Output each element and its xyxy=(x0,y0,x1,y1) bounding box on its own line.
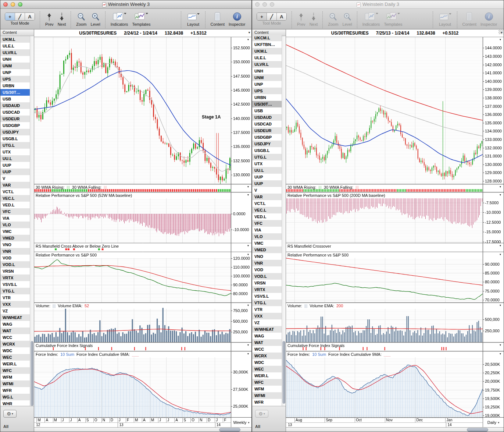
sidebar-item-usdcad[interactable]: USDCAD xyxy=(0,109,30,116)
sidebar-item-vno[interactable]: VNO xyxy=(252,253,282,260)
sidebar-item-vct-l[interactable]: VCT.L xyxy=(252,200,282,207)
content-button[interactable]: Content xyxy=(462,11,477,26)
trendline-tool-button[interactable]: ╱ xyxy=(267,13,276,20)
sidebar-item-ved-l[interactable]: VED.L xyxy=(252,213,282,220)
panel-menu-arrow[interactable]: ▾ xyxy=(500,252,501,257)
sidebar-item-w-wheat[interactable]: W/WHEAT xyxy=(0,314,30,321)
sidebar-item-usdgbp[interactable]: USDGBP xyxy=(252,134,282,141)
sidebar-item-unm[interactable]: UNM xyxy=(252,74,282,81)
sidebar-item-vrtx[interactable]: VRTX xyxy=(252,286,282,293)
sidebar-item-vmc[interactable]: VMC xyxy=(0,228,30,235)
sidebar-item-vxx[interactable]: VXX xyxy=(252,313,282,319)
sidebar-item-wag[interactable]: WAG xyxy=(0,321,30,327)
sidebar-item-ukcm-l[interactable]: UKCM.L xyxy=(252,35,282,41)
sidebar-item-wec[interactable]: WEC xyxy=(0,354,30,361)
tool-mode-segmented[interactable]: +╱A xyxy=(257,13,287,21)
panel-menu-arrow[interactable]: ▾ xyxy=(247,244,249,248)
sidebar-item-vmed[interactable]: VMED xyxy=(0,235,30,241)
panel-menu-arrow[interactable]: ▾ xyxy=(500,185,501,189)
sidebar-item-vod-l[interactable]: VOD.L xyxy=(252,273,282,280)
titlebar[interactable]: Weinstein Daily 3 xyxy=(252,0,504,9)
sidebar-item-usdaud[interactable]: USDAUD xyxy=(0,102,30,109)
sidebar-item-vrtx[interactable]: VRTX xyxy=(0,275,30,281)
inspector-button[interactable]: iInspector xyxy=(229,11,245,26)
sidebar-item-unp[interactable]: UNP xyxy=(252,81,282,88)
sidebar-item-ule-l[interactable]: ULE.L xyxy=(0,43,30,49)
sidebar-item-unh[interactable]: UNH xyxy=(0,56,30,63)
panel-menu-arrow[interactable]: ▾ xyxy=(500,343,501,347)
sidebar-item-vxx[interactable]: VXX xyxy=(0,301,30,308)
sidebar-item-wcrx[interactable]: WCRX xyxy=(252,353,282,359)
sidebar-item-vsvs-l[interactable]: VSVS.L xyxy=(0,281,30,288)
sidebar-item-weir-l[interactable]: WEIR.L xyxy=(252,372,282,379)
sidebar-scrollbar[interactable] xyxy=(30,36,34,407)
sidebar-item-utg-l[interactable]: UTG.L xyxy=(0,142,30,149)
sidebar-item-via[interactable]: VIA xyxy=(252,227,282,233)
sidebar-item-usdaud[interactable]: USDAUD xyxy=(252,114,282,121)
sidebar-item-uu-l[interactable]: UU.L xyxy=(0,155,30,162)
panel-menu-arrow[interactable]: ▾ xyxy=(247,303,249,308)
sidebar-item-wcrx[interactable]: WCRX xyxy=(0,341,30,347)
sidebar-item-v[interactable]: V xyxy=(0,175,30,182)
zoom-out-button[interactable]: Zoom xyxy=(76,11,86,26)
sidebar-item-vz[interactable]: VZ xyxy=(252,319,282,326)
sidebar-item-ups[interactable]: UPS xyxy=(252,88,282,94)
content-button[interactable]: Content xyxy=(211,11,225,26)
sidebar-item-vod-l[interactable]: VOD.L xyxy=(0,261,30,268)
minimize-button[interactable] xyxy=(262,2,267,7)
sidebar-scrollbar[interactable] xyxy=(282,36,286,407)
sidebar-item-vtr[interactable]: VTR xyxy=(0,294,30,301)
zoom-in-button[interactable]: Level xyxy=(342,11,352,26)
sidebar-item-vmc[interactable]: VMC xyxy=(252,240,282,247)
sidebar-item-wec[interactable]: WEC xyxy=(252,366,282,372)
sidebar-item-vlo[interactable]: VLO xyxy=(0,222,30,228)
panel-menu-arrow[interactable]: ▾ xyxy=(500,352,501,356)
sidebar-item-vmed[interactable]: VMED xyxy=(252,247,282,253)
sidebar-item-vz[interactable]: VZ xyxy=(0,308,30,314)
sidebar-item-wdc[interactable]: WDC xyxy=(0,347,30,354)
sidebar-item-vct-l[interactable]: VCT.L xyxy=(0,188,30,195)
panel-menu-arrow[interactable]: ▾ xyxy=(247,185,249,189)
sidebar-item-wfm[interactable]: WFM xyxy=(0,374,30,380)
sidebar-item-usgb-l[interactable]: USGB.L xyxy=(252,147,282,154)
sidebar-item-ulvr-l[interactable]: ULVR.L xyxy=(252,61,282,68)
sidebar-item-vno[interactable]: VNO xyxy=(0,241,30,248)
window-weinstein-daily[interactable]: Weinstein Daily 3 +╱ATool ModePrevNextZo… xyxy=(252,0,504,432)
horizontal-scrollbar[interactable] xyxy=(34,427,251,432)
sidebar-item-vtr[interactable]: VTR xyxy=(252,306,282,313)
sidebar-item-vtg-l[interactable]: VTG.L xyxy=(252,300,282,306)
scrollbar-thumb[interactable] xyxy=(31,341,33,406)
panel-menu-arrow[interactable]: ▾ xyxy=(247,343,249,347)
sidebar-item-ukftbn-[interactable]: UKFTBN… xyxy=(252,41,282,48)
sidebar-item-vod[interactable]: VOD xyxy=(0,255,30,261)
action-gear-button[interactable]: ⚙▾ xyxy=(255,410,268,418)
sidebar-item-wfm[interactable]: WFM xyxy=(252,386,282,392)
sidebar-item-us-30t-[interactable]: US/30T… xyxy=(252,101,282,107)
crosshair-tool-button[interactable]: + xyxy=(257,13,267,20)
close-button[interactable] xyxy=(3,2,8,7)
sidebar-item-vtg-l[interactable]: VTG.L xyxy=(0,288,30,294)
sidebar-item-usdcad[interactable]: USDCAD xyxy=(252,121,282,127)
zoom-in-button[interactable]: Level xyxy=(90,11,100,26)
sidebar-item-vnr[interactable]: VNR xyxy=(252,260,282,266)
sidebar-item-uu-l[interactable]: UU.L xyxy=(252,167,282,174)
sidebar-item-urbn[interactable]: URBN xyxy=(252,94,282,101)
inspector-button[interactable]: iInspector xyxy=(480,11,497,26)
sidebar-item-weir-l[interactable]: WEIR.L xyxy=(0,361,30,367)
sidebar-item-wfmi[interactable]: WFMI xyxy=(0,380,30,387)
sidebar-item-unm[interactable]: UNM xyxy=(0,63,30,69)
crosshair-tool-button[interactable]: + xyxy=(5,13,15,20)
sidebar-item-unh[interactable]: UNH xyxy=(252,68,282,74)
panel-menu-arrow[interactable]: ▾ xyxy=(500,303,501,308)
panel-menu-arrow[interactable]: ▾ xyxy=(247,38,249,42)
periodicity-select[interactable]: Weekly▾ xyxy=(231,418,251,427)
templates-button[interactable]: Templates xyxy=(384,11,402,26)
sidebar-item-usdjpy[interactable]: USDJPY xyxy=(252,141,282,147)
next-button[interactable]: Next xyxy=(310,11,318,26)
text-tool-button[interactable]: A xyxy=(276,13,286,20)
sidebar-item-w-wheat[interactable]: W/WHEAT xyxy=(252,326,282,333)
sidebar-item-wfmi[interactable]: WFMI xyxy=(252,392,282,399)
sidebar-item-ule-l[interactable]: ULE.L xyxy=(252,54,282,61)
window-weinstein-weekly[interactable]: Weinstein Weekly 3 +╱ATool ModePrevNextZ… xyxy=(0,0,252,432)
panel-menu-arrow[interactable]: ▾ xyxy=(247,352,249,356)
